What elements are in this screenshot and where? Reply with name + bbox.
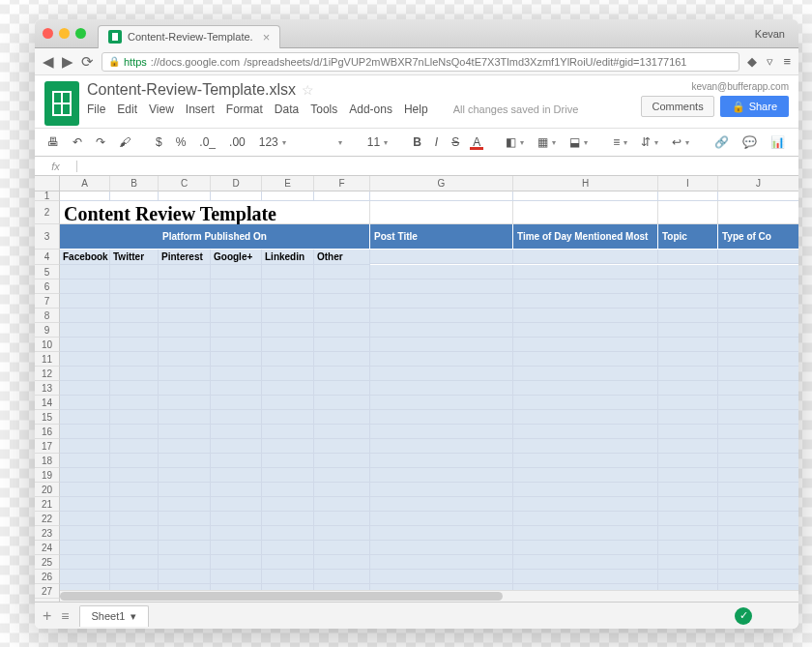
cell[interactable] xyxy=(314,191,370,201)
cell[interactable] xyxy=(658,352,718,367)
cell[interactable] xyxy=(370,381,513,396)
cell[interactable] xyxy=(60,323,110,338)
cell[interactable] xyxy=(110,541,159,555)
cell[interactable] xyxy=(159,367,211,381)
cell[interactable] xyxy=(718,425,798,439)
cell[interactable] xyxy=(110,265,159,279)
cell[interactable] xyxy=(370,410,513,425)
cell[interactable] xyxy=(370,555,513,570)
cell[interactable] xyxy=(211,323,262,338)
cell[interactable] xyxy=(110,526,159,541)
cell[interactable] xyxy=(513,201,658,224)
cell[interactable] xyxy=(370,323,513,338)
header-platform[interactable]: Platform Published On xyxy=(60,224,370,250)
cell[interactable] xyxy=(159,483,211,497)
ext-icon-1[interactable]: ◆ xyxy=(747,54,757,69)
menu-data[interactable]: Data xyxy=(275,103,299,116)
borders-icon[interactable]: ▦ xyxy=(535,133,559,151)
row-header[interactable]: 11 xyxy=(35,352,60,367)
cell[interactable] xyxy=(159,425,211,439)
cell[interactable] xyxy=(370,570,513,584)
cell[interactable] xyxy=(718,454,798,468)
cell[interactable] xyxy=(513,497,658,512)
row-header[interactable]: 16 xyxy=(35,425,60,439)
all-sheets-button[interactable]: ≡ xyxy=(61,608,69,624)
cell[interactable] xyxy=(110,338,159,352)
row-header[interactable]: 8 xyxy=(35,309,60,323)
cell[interactable] xyxy=(370,425,513,439)
cell[interactable] xyxy=(159,191,211,201)
cell[interactable] xyxy=(110,410,159,425)
percent-button[interactable]: % xyxy=(173,133,189,151)
cell[interactable] xyxy=(314,279,370,294)
cell[interactable] xyxy=(314,541,370,555)
cell[interactable] xyxy=(658,201,718,224)
minimize-window-button[interactable] xyxy=(59,28,70,39)
cell[interactable] xyxy=(60,425,110,439)
cell[interactable] xyxy=(513,323,658,338)
cell[interactable] xyxy=(370,526,513,541)
cell[interactable] xyxy=(211,191,262,201)
header-type[interactable]: Type of Co xyxy=(718,224,798,250)
cell[interactable] xyxy=(60,352,110,367)
cell[interactable] xyxy=(262,555,314,570)
cell[interactable] xyxy=(370,439,513,454)
cell[interactable] xyxy=(110,483,159,497)
cell[interactable] xyxy=(211,425,262,439)
cell[interactable] xyxy=(262,294,314,309)
cell[interactable] xyxy=(262,454,314,468)
cell[interactable] xyxy=(370,352,513,367)
spreadsheet-area[interactable]: ABCDEFGHIJ12Content Review Template3Plat… xyxy=(35,176,798,602)
cell[interactable] xyxy=(262,570,314,584)
cell[interactable] xyxy=(211,279,262,294)
cell[interactable] xyxy=(159,555,211,570)
cell[interactable] xyxy=(658,367,718,381)
cell[interactable] xyxy=(658,483,718,497)
cell[interactable] xyxy=(718,541,798,555)
row-header[interactable]: 7 xyxy=(35,294,60,309)
h-align-icon[interactable]: ≡ xyxy=(610,133,630,151)
menu-help[interactable]: Help xyxy=(404,103,428,116)
cell[interactable] xyxy=(159,279,211,294)
cell[interactable] xyxy=(211,309,262,323)
row-header[interactable]: 28 xyxy=(35,599,60,602)
link-icon[interactable]: 🔗 xyxy=(711,133,732,151)
cell[interactable] xyxy=(314,381,370,396)
cell[interactable] xyxy=(658,338,718,352)
account-email[interactable]: kevan@bufferapp.com xyxy=(691,81,789,92)
cell[interactable] xyxy=(110,294,159,309)
cell[interactable] xyxy=(658,570,718,584)
cell[interactable] xyxy=(262,468,314,483)
filter-icon[interactable]: ▼ xyxy=(796,133,798,151)
cell[interactable] xyxy=(262,512,314,526)
cell[interactable] xyxy=(60,497,110,512)
cell[interactable] xyxy=(314,468,370,483)
cell[interactable] xyxy=(513,381,658,396)
cell[interactable] xyxy=(513,367,658,381)
cell[interactable] xyxy=(370,396,513,410)
cell[interactable] xyxy=(658,541,718,555)
subheader-tw[interactable]: Twitter xyxy=(110,250,159,265)
cell[interactable] xyxy=(60,396,110,410)
ext-icon-2[interactable]: ▿ xyxy=(767,54,773,69)
cell[interactable] xyxy=(370,294,513,309)
close-window-button[interactable] xyxy=(43,28,53,39)
cell[interactable] xyxy=(513,570,658,584)
cell[interactable] xyxy=(718,396,798,410)
cell[interactable] xyxy=(60,410,110,425)
browser-profile-name[interactable]: Kevan xyxy=(755,28,791,40)
cell[interactable] xyxy=(314,570,370,584)
cell[interactable] xyxy=(718,483,798,497)
cell[interactable] xyxy=(513,265,658,279)
cell[interactable] xyxy=(211,294,262,309)
cell[interactable] xyxy=(262,352,314,367)
cell[interactable] xyxy=(658,396,718,410)
cell[interactable] xyxy=(718,526,798,541)
cell[interactable] xyxy=(718,265,798,279)
cell[interactable] xyxy=(110,468,159,483)
v-align-icon[interactable]: ⇵ xyxy=(638,133,661,151)
cell[interactable] xyxy=(370,512,513,526)
cell[interactable] xyxy=(60,570,110,584)
cell[interactable] xyxy=(262,367,314,381)
cell[interactable] xyxy=(60,555,110,570)
